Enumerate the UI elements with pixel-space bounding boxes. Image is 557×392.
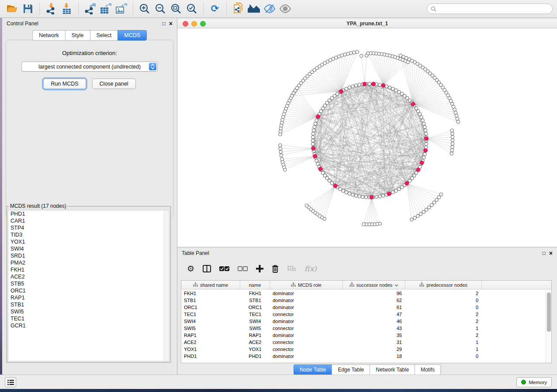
mcds-result-node[interactable]: SWI5 [8, 308, 169, 315]
add-column-icon[interactable] [256, 265, 263, 272]
select-all-rows-icon[interactable] [219, 266, 229, 272]
node-table: shared namenameMCDS rolesuccessor nodesp… [181, 280, 552, 363]
mcds-result-list[interactable]: PHD1CAR1STP4TID3YOX1SWI4SRD1PMA2FKH1ACE2… [8, 210, 170, 361]
save-session-icon[interactable] [21, 2, 35, 16]
show-hidden-icon[interactable] [278, 2, 293, 16]
tab-style[interactable]: Style [65, 30, 90, 41]
deselect-all-rows-icon[interactable] [238, 266, 248, 272]
zoom-selected-icon[interactable] [184, 2, 199, 16]
mcds-result-node[interactable]: TID3 [8, 231, 169, 238]
refresh-view-icon[interactable]: ⟳ [208, 2, 222, 16]
close-panel-icon[interactable]: × [549, 250, 553, 256]
mcds-result-node[interactable]: ORC1 [8, 287, 169, 294]
column-header-predecessor-nodes[interactable]: predecessor nodes [405, 281, 482, 289]
mcds-result-node[interactable]: YOX1 [8, 238, 169, 245]
table-row[interactable]: ORC1ORC1dominator610 [181, 304, 551, 311]
function-builder-icon[interactable]: f(x) [304, 265, 316, 273]
column-header-name[interactable]: name [240, 281, 270, 289]
table-row[interactable]: TEC1TEC1connector472 [181, 311, 551, 318]
mcds-result-node[interactable]: PMA2 [8, 259, 169, 266]
table-panel-title: Table Panel [182, 250, 209, 256]
search-input[interactable] [439, 6, 549, 12]
column-header-MCDS-role[interactable]: MCDS role [270, 281, 343, 289]
search-box[interactable] [427, 3, 553, 14]
export-network-icon[interactable] [83, 2, 97, 16]
mcds-result-node[interactable]: PHD1 [8, 210, 169, 217]
import-network-icon[interactable] [44, 2, 59, 16]
mcds-result-node[interactable]: SRD1 [8, 252, 169, 259]
mcds-result-node[interactable]: RAP1 [8, 294, 169, 301]
float-panel-icon[interactable]: □ [163, 21, 166, 26]
mcds-result-node[interactable]: SWI4 [8, 245, 169, 252]
cell-shared_name: STB1 [181, 297, 240, 304]
tab-edge-table[interactable]: Edge Table [332, 364, 370, 375]
mcds-result-node[interactable]: GCR1 [8, 322, 169, 329]
mcds-result-title: MCDS result (17 nodes) [9, 203, 68, 209]
network-canvas[interactable] [177, 28, 557, 247]
column-header-shared-name[interactable]: shared name [181, 281, 240, 289]
mcds-result-node[interactable]: CAR1 [8, 217, 169, 224]
delete-table-icon[interactable] [287, 265, 296, 272]
table-row[interactable]: ACE2ACE2connector311 [181, 339, 551, 346]
mcds-result-node[interactable]: STB1 [8, 301, 169, 308]
run-mcds-button[interactable]: Run MCDS [43, 79, 86, 89]
tab-network[interactable]: Network [32, 30, 65, 41]
network-view-window: YPA_prune.txt_1 [177, 19, 557, 247]
table-row[interactable]: SWI4SWI4dominator462 [181, 318, 551, 325]
close-panel-button[interactable]: Close panel [92, 79, 136, 89]
tab-mcds[interactable]: MCDS [118, 30, 147, 41]
column-selector-icon[interactable] [203, 265, 211, 272]
table-row[interactable]: SWI5SWI5connector431 [181, 325, 551, 332]
main-toolbar: ⟳ [0, 0, 557, 18]
table-row[interactable]: RAP1RAP1dominator352 [181, 332, 551, 339]
cell-pred: 2 [405, 318, 482, 325]
task-history-button[interactable] [5, 377, 16, 387]
clone-network-icon[interactable] [231, 2, 246, 16]
table-row[interactable]: YOX1YOX1connector291 [181, 346, 551, 353]
cell-succ: 29 [343, 346, 405, 353]
cell-name: SWI5 [240, 325, 270, 332]
tab-node-table[interactable]: Node Table [294, 364, 332, 375]
float-panel-icon[interactable]: □ [543, 251, 546, 256]
zoom-in-icon[interactable] [137, 2, 152, 16]
table-panel-tabs: Node TableEdge TableNetwork TableMotifs [177, 364, 557, 375]
table-scrollbar-thumb[interactable] [547, 292, 551, 332]
mcds-list-scrollbar[interactable] [164, 210, 169, 361]
table-row[interactable]: STB1STB1dominator620 [181, 297, 551, 304]
cell-shared_name: ORC1 [181, 304, 240, 311]
select-stepper-icon [149, 63, 156, 70]
table-options-gear-icon[interactable]: ⚙ [187, 265, 194, 273]
open-file-icon[interactable] [5, 2, 20, 16]
column-tree-icon [291, 282, 296, 288]
tab-select[interactable]: Select [90, 30, 118, 41]
table-row[interactable]: FKH1FKH1dominator962 [181, 290, 551, 297]
zoom-out-icon[interactable] [153, 2, 168, 16]
table-scrollbar[interactable] [546, 290, 551, 363]
zoom-fit-icon[interactable] [169, 2, 183, 16]
table-panel: Table Panel □ × ⚙ [177, 247, 557, 375]
optimization-criterion-select[interactable]: largest connected component (undirected) [21, 62, 158, 72]
export-image-icon[interactable] [114, 2, 129, 16]
close-panel-icon[interactable]: × [169, 21, 173, 27]
status-bar: Memory [0, 375, 557, 389]
export-table-icon[interactable] [98, 2, 113, 16]
import-table-icon[interactable] [59, 2, 74, 16]
right-workspace: YPA_prune.txt_1 Table Panel □ × ⚙ [177, 18, 557, 375]
mcds-result-node[interactable]: STB5 [8, 280, 169, 287]
cell-succ: 62 [343, 297, 405, 304]
mcds-result-node[interactable]: ACE2 [8, 273, 169, 280]
column-header-successor-nodes[interactable]: successor nodes [343, 281, 405, 289]
network-window-titlebar[interactable]: YPA_prune.txt_1 [177, 19, 557, 28]
table-row[interactable]: PHD1PHD1dominator180 [181, 353, 551, 360]
cell-role: connector [270, 311, 343, 318]
delete-column-icon[interactable] [272, 265, 279, 273]
tab-network-table[interactable]: Network Table [370, 364, 415, 375]
memory-button[interactable]: Memory [516, 377, 552, 387]
hide-selected-icon[interactable] [262, 2, 277, 16]
tab-motifs[interactable]: Motifs [415, 364, 441, 375]
mcds-result-node[interactable]: FKH1 [8, 266, 169, 273]
mcds-result-node[interactable]: STP4 [8, 224, 169, 231]
mcds-result-node[interactable]: TEC1 [8, 315, 169, 322]
show-all-nodes-icon[interactable] [246, 2, 261, 16]
toolbar-separator [226, 3, 227, 15]
